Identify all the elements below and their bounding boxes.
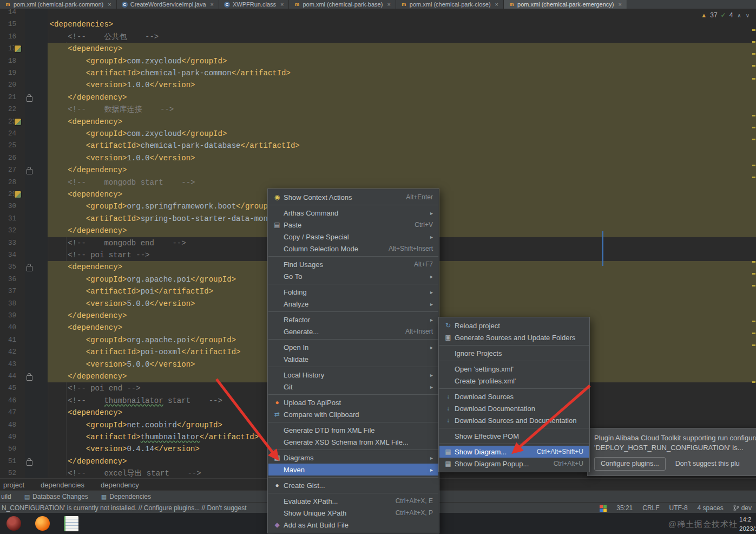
code-line[interactable]: 24 <groupId>com.zxycloud</groupId> [0,128,756,140]
tool-window-tab-dependencies[interactable]: ▦Dependencies [101,493,151,500]
menu-item-paste[interactable]: ▤PasteCtrl+V [268,219,438,231]
tab-close-icon[interactable]: × [108,1,111,8]
menu-item-show-unique-xpath[interactable]: Show Unique XPathCtrl+Alt+X, P [268,507,438,519]
code-line[interactable]: 17 <dependency> [0,43,756,55]
code-line[interactable]: 15 <dependencies> [0,18,756,30]
menu-item-open-settings-xml[interactable]: Open 'settings.xml' [439,363,589,375]
menu-item-download-sources-and-documentation[interactable]: ↓Download Sources and Documentation [439,414,589,426]
menu-item-local-history[interactable]: Local History▸ [268,369,438,381]
editor-tab[interactable]: CXWPFRun.class× [219,0,290,9]
menu-item-validate[interactable]: Validate [268,353,438,365]
stripe-mark[interactable] [752,41,755,43]
code-line[interactable]: 25 <artifactId>chemical-park-database</a… [0,140,756,152]
menu-item-reload-project[interactable]: ↻Reload project [439,320,589,331]
menu-item-maven[interactable]: Maven▸ [268,464,438,476]
code-line[interactable]: 26 <version>1.0.0</version> [0,152,756,164]
menu-item-diagrams[interactable]: ▦Diagrams▸ [268,452,438,464]
breadcrumb-item[interactable]: dependencies [41,481,84,489]
line-ending[interactable]: CRLF [642,504,659,512]
code-line[interactable]: 16 <!-- 公共包 --> [0,31,756,43]
tab-close-icon[interactable]: × [280,1,284,8]
menu-item-open-in[interactable]: Open In▸ [268,341,438,353]
taskbar-clock[interactable]: 14:2 2023/1 [739,515,756,533]
menu-item-refactor[interactable]: Refactor▸ [268,314,438,325]
menu-item-upload-to-apipost[interactable]: ●Upload To ApiPost [268,396,438,408]
menu-item-git[interactable]: Git▸ [268,381,438,393]
code-line[interactable]: 23 <dependency> [0,116,756,128]
code-line[interactable]: 19 <artifactId>chemical-park-common</art… [0,67,756,79]
browser-red-icon[interactable] [6,516,21,531]
tab-close-icon[interactable]: × [495,1,498,8]
code-line[interactable]: 21 </dependency> [0,92,756,103]
code-line[interactable]: 22 <!-- 数据库连接 --> [0,103,756,115]
menu-item-create-gist[interactable]: ●Create Gist... [268,479,438,491]
stripe-mark[interactable] [752,53,755,55]
code-line[interactable]: 14 [0,9,756,18]
configure-plugins-button[interactable]: Configure plugins... [594,457,666,471]
editor-tab[interactable]: mpom.xml (chemical-park-common)× [0,0,117,9]
breadcrumb-item[interactable]: project [3,481,24,489]
gutter-annotation-icon[interactable] [15,191,21,198]
prev-problem-icon[interactable]: ∧ [737,12,741,18]
menu-item-show-diagram[interactable]: ▦Show Diagram...Ctrl+Alt+Shift+U [439,446,589,458]
menu-item-generate[interactable]: Generate...Alt+Insert [268,325,438,337]
menu-item-download-documentation[interactable]: ↓Download Documentation [439,402,589,414]
menu-item-generate-xsd-schema-from-xml-file[interactable]: Generate XSD Schema from XML File... [268,436,438,448]
code-line[interactable]: 18 <groupId>com.zxycloud</groupId> [0,55,756,67]
menu-item-add-as-ant-build-file[interactable]: ◆Add as Ant Build File [268,519,438,531]
stripe-mark[interactable] [752,165,755,166]
inspections-widget[interactable]: ▲37 ✓4 ∧ ∨ [701,11,750,19]
menu-item-copy-paste-special[interactable]: Copy / Paste Special▸ [268,231,438,243]
error-stripe[interactable] [751,9,756,478]
menu-item-generate-dtd-from-xml-file[interactable]: Generate DTD from XML File [268,424,438,436]
stripe-mark[interactable] [752,177,755,178]
tool-window-tab-database-changes[interactable]: ▤Database Changes [24,493,88,500]
tab-close-icon[interactable]: × [387,1,390,8]
file-encoding[interactable]: UTF-8 [669,504,688,512]
code-line[interactable]: 27 </dependency> [0,164,756,176]
gutter-annotation-icon[interactable] [15,119,21,125]
stripe-mark[interactable] [752,29,755,31]
stripe-mark[interactable] [752,381,755,383]
menu-item-create-profiles-xml[interactable]: Create 'profiles.xml' [439,375,589,387]
stripe-mark[interactable] [752,115,755,116]
editor-tab[interactable]: CCreateWordServiceImpl.java× [117,0,219,9]
gutter-lock-icon[interactable] [27,266,32,271]
dont-suggest-button[interactable]: Don't suggest this plu [675,459,740,468]
gutter-lock-icon[interactable] [27,375,32,381]
tool-window-tab-uild[interactable]: uild [1,493,11,500]
stripe-mark[interactable] [752,261,755,263]
editor-tab[interactable]: mpom.xml (chemical-park-emergency)× [504,0,627,9]
menu-item-show-diagram-popup[interactable]: ▦Show Diagram Popup...Ctrl+Alt+U [439,458,589,470]
stripe-mark[interactable] [752,273,755,275]
toolkit-icon[interactable] [600,505,607,512]
tab-close-icon[interactable]: × [619,1,622,8]
menu-item-evaluate-xpath[interactable]: Evaluate XPath...Ctrl+Alt+X, E [268,495,438,507]
git-branch[interactable]: dev [733,504,752,512]
stripe-mark[interactable] [752,285,755,286]
menu-item-ignore-projects[interactable]: Ignore Projects [439,347,589,359]
gutter-lock-icon[interactable] [27,96,32,102]
menu-item-arthas-command[interactable]: Arthas Command▸ [268,207,438,219]
code-line[interactable]: 20 <version>1.0.0</version> [0,79,756,91]
stripe-mark[interactable] [752,344,755,346]
menu-item-show-effective-pom[interactable]: Show Effective POM [439,430,589,442]
tab-close-icon[interactable]: × [211,1,214,8]
stripe-mark[interactable] [752,139,755,140]
gutter-lock-icon[interactable] [27,169,32,174]
menu-item-download-sources[interactable]: ↓Download Sources [439,390,589,402]
gutter-annotation-icon[interactable] [15,45,21,52]
firefox-icon[interactable] [35,516,50,531]
menu-item-show-context-actions[interactable]: ◉Show Context ActionsAlt+Enter [268,191,438,203]
menu-item-compare-with-clipboard[interactable]: ⇄Compare with Clipboard [268,408,438,420]
editor-tab[interactable]: mpom.xml (chemical-park-close)× [396,0,504,9]
caret-position[interactable]: 35:21 [616,504,633,512]
breadcrumb-item[interactable]: dependency [101,481,139,489]
menu-item-analyze[interactable]: Analyze▸ [268,298,438,310]
code-line[interactable]: 28 <!-- mongodb start --> [0,177,756,188]
notepad-icon[interactable] [64,516,78,531]
menu-item-go-to[interactable]: Go To▸ [268,270,438,282]
stripe-mark[interactable] [752,333,755,334]
stripe-mark[interactable] [752,127,755,128]
stripe-mark[interactable] [752,78,755,80]
